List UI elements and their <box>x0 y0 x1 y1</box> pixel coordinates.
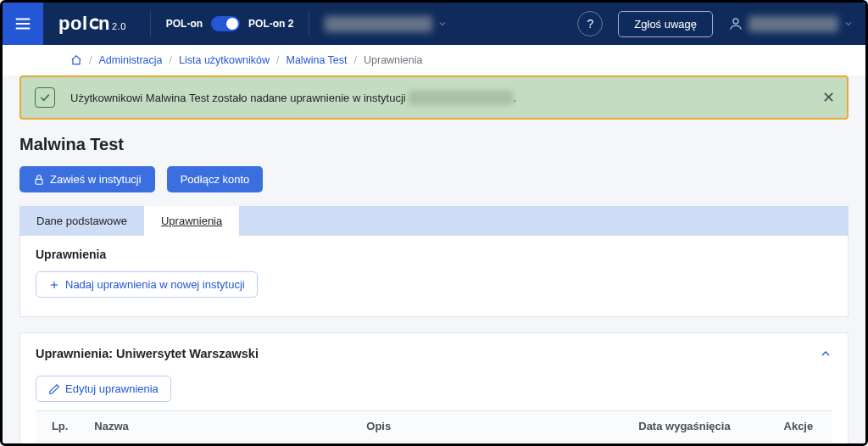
user-name-redacted: Redacted Name <box>748 16 838 32</box>
col-exp: Data wygaśnięcia <box>628 411 764 442</box>
alert-close-button[interactable]: ✕ <box>822 88 835 107</box>
institution-name-redacted: Redacted Institution <box>325 16 432 32</box>
top-bar: polɔn2.0 POL-on POL-on 2 Redacted Instit… <box>3 3 865 45</box>
add-permission-button[interactable]: Nadaj uprawnienia w nowej instytucji <box>36 271 258 298</box>
pencil-icon <box>48 383 60 395</box>
chevron-down-icon <box>437 19 448 29</box>
lock-icon <box>33 174 45 186</box>
version-switch[interactable]: POL-on POL-on 2 <box>166 16 294 31</box>
breadcrumb-link[interactable]: Malwina Test <box>286 54 347 66</box>
tabs: Dane podstawowe Uprawnienia <box>19 206 849 236</box>
chevron-up-icon <box>819 347 832 360</box>
report-issue-button[interactable]: Zgłoś uwagę <box>618 11 713 37</box>
switch-label-right: POL-on 2 <box>248 18 293 30</box>
card-toggle[interactable]: Uprawnienia: Uniwersytet Warszawski <box>36 347 832 360</box>
breadcrumb: / Administracja / Lista użytkowników / M… <box>3 45 865 75</box>
help-button[interactable]: ? <box>577 11 603 36</box>
svg-rect-4 <box>36 179 42 184</box>
tab-permissions[interactable]: Uprawnienia <box>144 206 239 236</box>
institution-dropdown[interactable]: Redacted Institution <box>325 16 448 32</box>
cell-name: INST_BIB_PODGLAD <box>84 442 356 444</box>
user-menu[interactable]: Redacted Name <box>728 16 854 32</box>
success-alert: Użytkownikowi Malwina Test zostało nadan… <box>19 75 849 120</box>
toggle[interactable] <box>211 16 240 31</box>
chevron-down-icon <box>843 19 854 29</box>
alert-text: Użytkownikowi Malwina Test zostało nadan… <box>70 92 516 104</box>
user-icon <box>728 16 743 31</box>
edit-permissions-button[interactable]: Edytuj uprawnienia <box>36 376 171 402</box>
institution-permissions-card: Uprawnienia: Uniwersytet Warszawski Edyt… <box>19 332 849 443</box>
table-row: 1 INST_BIB_PODGLAD Pracownik jednostki-b… <box>36 442 832 444</box>
connect-account-button[interactable]: Podłącz konto <box>167 166 264 192</box>
svg-point-3 <box>733 19 738 24</box>
breadcrumb-current: Uprawnienia <box>364 54 422 66</box>
cell-desc: Pracownik jednostki-biblioteki z dostępe… <box>356 442 628 444</box>
breadcrumb-link[interactable]: Lista użytkowników <box>179 54 270 66</box>
logo: polɔn2.0 <box>58 13 126 35</box>
tab-basic-data[interactable]: Dane podstawowe <box>19 206 144 236</box>
check-icon <box>35 87 55 108</box>
col-lp: Lp. <box>36 411 84 442</box>
menu-toggle[interactable] <box>3 3 43 45</box>
cell-lp: 1 <box>36 442 84 444</box>
home-icon[interactable] <box>70 54 82 66</box>
suspend-button[interactable]: Zawieś w instytucji <box>19 166 155 192</box>
permissions-table: Lp. Nazwa Opis Data wygaśnięcia Akcje 1 … <box>36 410 832 443</box>
switch-label-left: POL-on <box>166 18 203 30</box>
col-name: Nazwa <box>84 411 356 442</box>
col-desc: Opis <box>356 411 628 442</box>
card-title: Uprawnienia: Uniwersytet Warszawski <box>36 347 259 360</box>
col-act: Akcje <box>765 411 832 442</box>
page-title: Malwina Test <box>19 135 849 154</box>
permissions-panel: Uprawnienia Nadaj uprawnienia w nowej in… <box>19 236 849 317</box>
breadcrumb-link[interactable]: Administracja <box>98 54 162 66</box>
plus-icon <box>48 279 60 291</box>
alert-institution-redacted: Redacted Institution <box>409 91 513 105</box>
section-heading: Uprawnienia <box>36 248 832 261</box>
cell-exp: 2025-12-31 <box>628 442 764 444</box>
